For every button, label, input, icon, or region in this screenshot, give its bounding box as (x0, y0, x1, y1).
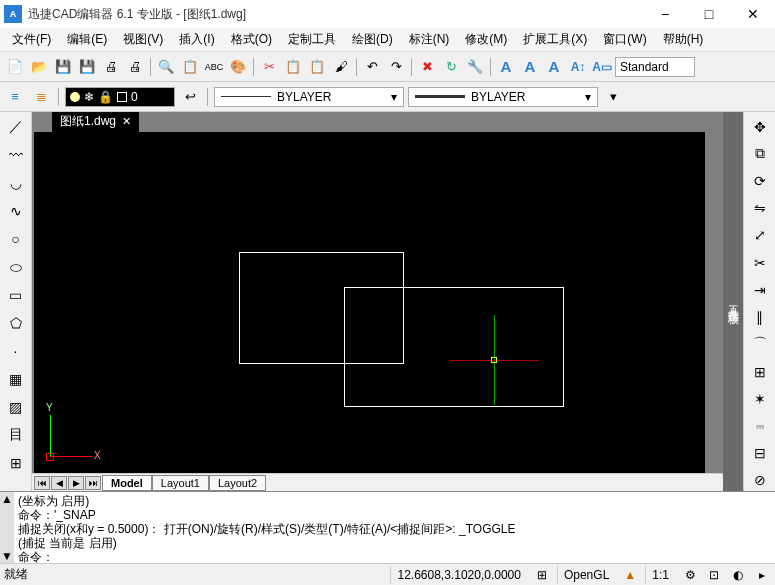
layout-tab-model[interactable]: Model (102, 475, 152, 491)
printpreview-icon[interactable]: 🖨 (124, 56, 146, 78)
block-icon[interactable]: ⊞ (5, 452, 27, 474)
text-scale-icon[interactable]: A▭ (591, 56, 613, 78)
spline-icon[interactable]: ∿ (5, 200, 27, 222)
fillet-icon[interactable]: ⌒ (749, 334, 771, 355)
next-tab-icon[interactable]: ▶ (68, 476, 84, 490)
menu-insert[interactable]: 插入(I) (171, 29, 222, 50)
text-style-icon[interactable]: A (543, 56, 565, 78)
rectangle-entity[interactable] (344, 287, 564, 407)
status-scale[interactable]: 1:1 (645, 566, 675, 584)
paste-icon[interactable]: 📋 (306, 56, 328, 78)
file-tab[interactable]: 图纸1.dwg ✕ (52, 112, 139, 132)
setting3-icon[interactable]: ◐ (729, 567, 747, 583)
menu-file[interactable]: 文件(F) (4, 29, 59, 50)
break-icon[interactable]: ⊘ (749, 470, 771, 491)
mirror-icon[interactable]: ⇋ (749, 198, 771, 219)
menu-help[interactable]: 帮助(H) (655, 29, 712, 50)
model-canvas[interactable]: Y X (34, 132, 705, 473)
spellcheck-icon[interactable]: ABC (203, 56, 225, 78)
delete-icon[interactable]: ✖ (416, 56, 438, 78)
scroll-up-icon[interactable]: ▲ (1, 492, 13, 506)
refresh-icon[interactable]: ↻ (440, 56, 462, 78)
scroll-down-icon[interactable]: ▼ (1, 549, 13, 563)
ellipse-icon[interactable]: ⬭ (5, 256, 27, 278)
array-icon[interactable]: ⊞ (749, 361, 771, 382)
align-icon[interactable]: ⊟ (749, 443, 771, 464)
last-tab-icon[interactable]: ⏭ (85, 476, 101, 490)
join-icon[interactable]: ⎓ (749, 415, 771, 436)
layout-tab-1[interactable]: Layout1 (152, 475, 209, 491)
menu-window[interactable]: 窗口(W) (595, 29, 654, 50)
polygon-icon[interactable]: ⬠ (5, 312, 27, 334)
menu-modify[interactable]: 修改(M) (457, 29, 515, 50)
new-icon[interactable]: 📄 (4, 56, 26, 78)
first-tab-icon[interactable]: ⏮ (34, 476, 50, 490)
copy-icon[interactable]: 📋 (282, 56, 304, 78)
layerstate-icon[interactable]: ≣ (30, 86, 52, 108)
text-edit-icon[interactable]: A↕ (567, 56, 589, 78)
saveall-icon[interactable]: 💾 (76, 56, 98, 78)
arc-icon[interactable]: ◡ (5, 172, 27, 194)
status-opengl[interactable]: OpenGL (557, 566, 615, 584)
explode-icon[interactable]: ✶ (749, 388, 771, 409)
offset-icon[interactable]: ∥ (749, 307, 771, 328)
redo-icon[interactable]: ↷ (385, 56, 407, 78)
trim-icon[interactable]: ✂ (749, 252, 771, 273)
status-coords[interactable]: 12.6608,3.1020,0.0000 (390, 566, 526, 584)
expand-icon[interactable]: ▸ (753, 567, 771, 583)
rotate-icon[interactable]: ⟳ (749, 170, 771, 191)
menu-edit[interactable]: 编辑(E) (59, 29, 115, 50)
menu-view[interactable]: 视图(V) (115, 29, 171, 50)
osnap-icon[interactable]: ▲ (621, 567, 639, 583)
region-icon[interactable]: ▨ (5, 396, 27, 418)
line-icon[interactable]: ／ (5, 116, 27, 138)
move-icon[interactable]: ✥ (749, 116, 771, 137)
layer-select[interactable]: ❄ 🔒 0 (65, 87, 175, 107)
layout-tab-2[interactable]: Layout2 (209, 475, 266, 491)
command-scroll[interactable]: ▲▼ (0, 492, 14, 563)
menu-draw[interactable]: 绘图(D) (344, 29, 401, 50)
undo-icon[interactable]: ↶ (361, 56, 383, 78)
menu-annotate[interactable]: 标注(N) (401, 29, 458, 50)
menu-custom[interactable]: 定制工具 (280, 29, 344, 50)
command-prompt[interactable]: 命令： (18, 550, 771, 563)
find-icon[interactable]: 🔍 (155, 56, 177, 78)
minimize-button[interactable]: − (643, 0, 687, 28)
scale-icon[interactable]: ⤢ (749, 225, 771, 246)
text-single-icon[interactable]: A (495, 56, 517, 78)
polyline-icon[interactable]: 〰 (5, 144, 27, 166)
tab-close-icon[interactable]: ✕ (122, 115, 131, 128)
layerprev-icon[interactable]: ↩ (179, 86, 201, 108)
text-multi-icon[interactable]: A (519, 56, 541, 78)
extend-icon[interactable]: ⇥ (749, 279, 771, 300)
tool-palette-handle[interactable]: 工具选项板 (723, 112, 743, 491)
more-icon[interactable]: ▾ (602, 86, 624, 108)
command-history[interactable]: (坐标为 启用) 命令：'_SNAP 捕捉关闭(x和y = 0.5000)： 打… (14, 492, 775, 563)
save-icon[interactable]: 💾 (52, 56, 74, 78)
menu-format[interactable]: 格式(O) (223, 29, 280, 50)
copy-entity-icon[interactable]: ⧉ (749, 143, 771, 164)
hatch-icon[interactable]: ▦ (5, 368, 27, 390)
open-icon[interactable]: 📂 (28, 56, 50, 78)
print-icon[interactable]: 🖨 (100, 56, 122, 78)
lineweight-select[interactable]: BYLAYER ▾ (408, 87, 598, 107)
circle-icon[interactable]: ○ (5, 228, 27, 250)
setting2-icon[interactable]: ⊡ (705, 567, 723, 583)
setting1-icon[interactable]: ⚙ (681, 567, 699, 583)
tool-icon[interactable]: 🔧 (464, 56, 486, 78)
prev-tab-icon[interactable]: ◀ (51, 476, 67, 490)
rectangle-icon[interactable]: ▭ (5, 284, 27, 306)
style-icon[interactable]: 🎨 (227, 56, 249, 78)
snap-toggle-icon[interactable]: ⊞ (533, 567, 551, 583)
matchprop-icon[interactable]: 🖌 (330, 56, 352, 78)
close-button[interactable]: ✕ (731, 0, 775, 28)
layers-icon[interactable]: ≡ (4, 86, 26, 108)
cut-icon[interactable]: ✂ (258, 56, 280, 78)
properties-icon[interactable]: 📋 (179, 56, 201, 78)
text-style-select[interactable]: Standard (615, 57, 695, 77)
maximize-button[interactable]: □ (687, 0, 731, 28)
linetype-select[interactable]: BYLAYER ▾ (214, 87, 404, 107)
text-icon[interactable]: 目 (5, 424, 27, 446)
menu-extend[interactable]: 扩展工具(X) (515, 29, 595, 50)
point-icon[interactable]: · (5, 340, 27, 362)
